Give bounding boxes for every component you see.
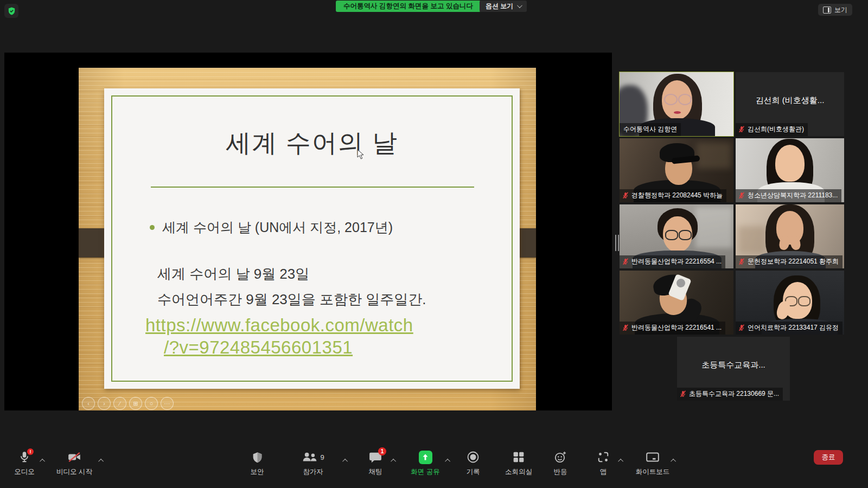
whiteboard-icon bbox=[646, 451, 660, 463]
slide-link-line-2: /?v=972485456601351 bbox=[164, 337, 353, 358]
encryption-shield-button[interactable] bbox=[4, 4, 18, 18]
participant-name-tag: 반려동물산업학과 22216554 ... bbox=[620, 255, 725, 268]
gallery-layout-icon bbox=[823, 7, 831, 14]
slide-bullet-item: 세계 수어의 날 (UN에서 지정, 2017년) bbox=[150, 219, 393, 236]
next-slide-icon[interactable]: › bbox=[98, 397, 111, 410]
participant-name-tag: 문헌정보학과 22214051 황주희 bbox=[736, 255, 843, 268]
participant-tile-no-video[interactable]: 초등특수교육과... 초등특수교육과 22130669 문... bbox=[677, 337, 790, 401]
video-off-icon bbox=[67, 451, 81, 463]
record-icon bbox=[467, 451, 480, 464]
presentation-background: 세계 수어의 날 세계 수어의 날 (UN에서 지정, 2017년) 세계 수어… bbox=[79, 68, 536, 410]
slideshow-controls: ‹ › ∕ ⊞ ○ ⋯ bbox=[82, 397, 174, 410]
participant-name-tag: 청소년상담복지학과 2211183... bbox=[736, 189, 841, 202]
audio-alert-badge: ! bbox=[27, 448, 34, 455]
participant-tile[interactable]: 문헌정보학과 22214051 황주희 bbox=[736, 204, 844, 268]
presentation-slide: 세계 수어의 날 세계 수어의 날 (UN에서 지정, 2017년) 세계 수어… bbox=[104, 88, 520, 389]
participant-tile-active-speaker[interactable]: 수어통역사 김항연 bbox=[620, 72, 733, 136]
slide-divider-line bbox=[151, 187, 474, 188]
participants-icon bbox=[302, 451, 318, 463]
security-shield-icon bbox=[252, 451, 263, 464]
participant-tile-no-video[interactable]: 김선희 (비호생활... 김선희(비호생활관) bbox=[736, 72, 844, 136]
screen-share-banner-text: 수어통역사 김항연의 화면을 보고 있습니다 bbox=[343, 2, 473, 11]
participant-display-name: 김선희 (비호생활... bbox=[736, 95, 844, 105]
mouse-cursor bbox=[357, 149, 365, 160]
muted-mic-icon bbox=[738, 192, 745, 199]
muted-mic-icon bbox=[622, 192, 629, 199]
pen-icon[interactable]: ∕ bbox=[113, 397, 126, 410]
participant-name-tag: 초등특수교육과 22130669 문... bbox=[677, 388, 783, 401]
participant-name-tag: 언어치료학과 22133417 김유정 bbox=[736, 322, 843, 335]
chat-unread-badge: 1 bbox=[378, 447, 386, 455]
share-screen-icon bbox=[419, 451, 432, 464]
participant-name-tag: 수어통역사 김항연 bbox=[620, 123, 681, 136]
view-options-button[interactable]: 옵션 보기 bbox=[480, 1, 527, 12]
participant-tile[interactable]: 경찰행정학과 22082445 박하늘 bbox=[620, 138, 733, 202]
participant-display-name: 초등특수교육과... bbox=[677, 359, 790, 370]
previous-slide-icon[interactable]: ‹ bbox=[82, 397, 95, 410]
participants-button[interactable]: 9 참가자 bbox=[283, 450, 343, 477]
end-meeting-button[interactable]: 종료 bbox=[814, 450, 843, 465]
slide-body-line-1: 세계 수어의 날 9월 23일 bbox=[157, 265, 309, 284]
participant-tile[interactable]: 언어치료학과 22133417 김유정 bbox=[736, 271, 844, 335]
screen-share-banner: 수어통역사 김항연의 화면을 보고 있습니다 bbox=[336, 1, 481, 12]
chevron-down-icon bbox=[517, 3, 522, 8]
muted-mic-icon bbox=[622, 324, 629, 331]
security-button[interactable]: 보안 bbox=[227, 450, 287, 477]
slide-title: 세계 수어의 날 bbox=[104, 126, 520, 160]
muted-mic-icon bbox=[738, 324, 745, 331]
slide-body-line-2: 수어언어주간 9월 23일을 포함한 일주일간. bbox=[157, 290, 426, 309]
slide-link-line-1: https://www.facebook.com/watch bbox=[145, 315, 413, 336]
participants-count: 9 bbox=[320, 453, 324, 461]
breakout-rooms-icon bbox=[513, 451, 525, 463]
participant-tile[interactable]: 청소년상담복지학과 2211183... bbox=[736, 138, 844, 202]
participant-name-tag: 김선희(비호생활관) bbox=[736, 123, 808, 136]
bullet-dot bbox=[150, 225, 155, 230]
participant-tile[interactable]: 반려동물산업학과 22216541 ... bbox=[620, 271, 733, 335]
participant-name-tag: 반려동물산업학과 22216541 ... bbox=[620, 322, 725, 335]
meeting-toolbar: ! 오디오 비디오 시작 보안 bbox=[0, 444, 868, 488]
muted-mic-icon bbox=[738, 126, 745, 133]
shared-screen-region: 세계 수어의 날 세계 수어의 날 (UN에서 지정, 2017년) 세계 수어… bbox=[4, 53, 612, 410]
participant-video-panel: 수어통역사 김항연 김선희 (비호생활... 김선희(비호생활관) bbox=[620, 72, 846, 403]
zoom-slide-icon[interactable]: ○ bbox=[145, 397, 158, 410]
shield-check-icon bbox=[7, 7, 16, 16]
muted-mic-icon bbox=[680, 390, 686, 397]
zoom-meeting-window: 수어통역사 김항연의 화면을 보고 있습니다 옵션 보기 보기 세계 수어의 날… bbox=[0, 0, 868, 488]
muted-mic-icon bbox=[738, 258, 745, 265]
start-video-button[interactable]: 비디오 시작 bbox=[44, 450, 104, 477]
view-button[interactable]: 보기 bbox=[818, 4, 852, 16]
more-controls-icon[interactable]: ⋯ bbox=[161, 397, 174, 410]
reactions-smiley-icon bbox=[554, 451, 567, 464]
participant-tile[interactable]: 반려동물산업학과 22216554 ... bbox=[620, 204, 733, 268]
muted-mic-icon bbox=[622, 258, 629, 265]
apps-icon bbox=[597, 451, 609, 463]
all-slides-icon[interactable]: ⊞ bbox=[129, 397, 142, 410]
participant-name-tag: 경찰행정학과 22082445 박하늘 bbox=[620, 189, 726, 202]
